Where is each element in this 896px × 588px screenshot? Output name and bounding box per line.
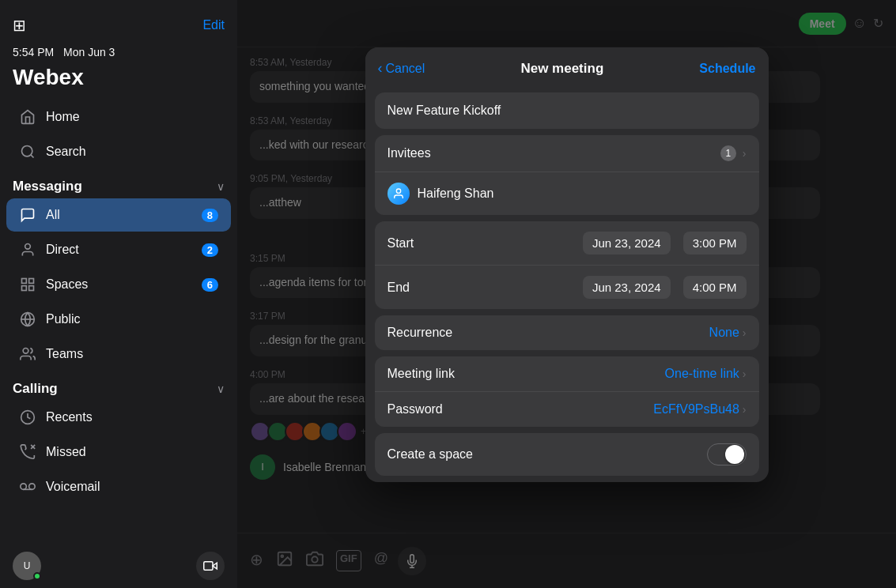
- search-icon: [19, 143, 36, 160]
- svg-point-13: [21, 484, 26, 490]
- meeting-link-row[interactable]: Meeting link One-time link ›: [375, 356, 759, 391]
- password-value-area: EcFfV9PsBu48 ›: [653, 402, 746, 416]
- sidebar-item-teams[interactable]: Teams: [6, 337, 231, 371]
- grid-icon[interactable]: ⊞: [13, 16, 26, 35]
- create-space-row: Create a space: [375, 433, 759, 476]
- svg-point-23: [396, 189, 400, 193]
- new-meeting-modal: ‹ Cancel New meeting Schedule Invitees 1…: [365, 47, 769, 482]
- calling-section-header[interactable]: Calling ∨: [0, 371, 237, 400]
- direct-icon: [19, 241, 36, 258]
- invitees-row[interactable]: Invitees 1 ›: [375, 135, 759, 172]
- password-value: EcFfV9PsBu48: [653, 402, 739, 416]
- invitee-item: Haifeng Shan: [375, 172, 759, 215]
- user-avatar[interactable]: U: [13, 552, 41, 580]
- sidebar-top-bar: ⊞ Edit: [0, 6, 237, 41]
- main-content: Design Reviews Design Reviews... Meet ☺ …: [237, 0, 896, 588]
- sidebar-item-search[interactable]: Search: [6, 135, 231, 168]
- invitees-count: 1: [720, 145, 736, 161]
- recurrence-label: Recurrence: [388, 326, 453, 340]
- recents-icon: [19, 409, 36, 426]
- recurrence-section: Recurrence None ›: [375, 315, 759, 350]
- schedule-button[interactable]: Schedule: [699, 62, 755, 76]
- password-row[interactable]: Password EcFfV9PsBu48 ›: [375, 391, 759, 427]
- end-time[interactable]: 4:00 PM: [683, 276, 747, 299]
- teams-icon: [19, 345, 36, 363]
- messaging-title: Messaging: [13, 179, 82, 194]
- invitee-name: Haifeng Shan: [418, 187, 494, 201]
- direct-label: Direct: [46, 243, 192, 257]
- home-label: Home: [46, 110, 218, 124]
- password-label: Password: [388, 402, 451, 416]
- create-space-toggle[interactable]: [707, 443, 747, 466]
- meeting-link-chevron: ›: [743, 368, 747, 380]
- recurrence-row[interactable]: Recurrence None ›: [375, 315, 759, 350]
- public-label: Public: [46, 312, 218, 326]
- svg-point-14: [29, 484, 35, 490]
- sidebar: ⊞ Edit 5:54 PM Mon Jun 3 Webex Home Sear…: [0, 0, 237, 588]
- sidebar-item-missed[interactable]: Missed: [6, 435, 231, 469]
- calling-title: Calling: [13, 381, 58, 397]
- all-badge: 8: [202, 209, 218, 222]
- sidebar-bottom: U: [0, 544, 237, 588]
- svg-line-1: [31, 155, 34, 158]
- missed-call-icon: [19, 443, 36, 461]
- messaging-chevron: ∨: [217, 180, 225, 193]
- status-bar: 5:54 PM Mon Jun 3: [0, 41, 237, 58]
- sidebar-item-public[interactable]: Public: [6, 303, 231, 336]
- invitees-label: Invitees: [388, 146, 451, 160]
- edit-button[interactable]: Edit: [202, 18, 225, 32]
- spaces-badge: 6: [202, 278, 218, 292]
- create-space-label: Create a space: [388, 447, 474, 462]
- calling-chevron: ∨: [217, 383, 225, 395]
- invitees-count-area: 1 ›: [720, 145, 747, 161]
- video-button[interactable]: [196, 552, 225, 580]
- app-title: Webex: [0, 58, 237, 100]
- invitees-chevron: ›: [743, 147, 747, 160]
- svg-marker-16: [213, 563, 217, 569]
- svg-rect-3: [22, 279, 27, 284]
- meeting-title-input[interactable]: [375, 92, 759, 129]
- toggle-knob: [725, 445, 744, 464]
- svg-point-0: [22, 146, 32, 156]
- svg-rect-17: [204, 562, 213, 571]
- create-space-section: Create a space: [375, 433, 759, 476]
- time-display: 5:54 PM: [13, 46, 54, 58]
- password-chevron: ›: [743, 403, 747, 416]
- start-time[interactable]: 3:00 PM: [683, 232, 747, 254]
- recurrence-value-area: None ›: [709, 326, 747, 340]
- meeting-link-label: Meeting link: [388, 367, 455, 381]
- recurrence-chevron: ›: [743, 326, 747, 339]
- messaging-section-header[interactable]: Messaging ∨: [0, 169, 237, 198]
- recents-label: Recents: [46, 410, 218, 424]
- date-display: Mon Jun 3: [63, 46, 115, 58]
- home-icon: [19, 108, 36, 126]
- svg-point-9: [23, 349, 28, 354]
- start-label: Start: [388, 236, 451, 251]
- sidebar-item-voicemail[interactable]: Voicemail: [6, 470, 231, 503]
- end-row[interactable]: End Jun 23, 2024 4:00 PM: [375, 265, 759, 309]
- recurrence-value: None: [709, 326, 739, 340]
- spaces-label: Spaces: [46, 277, 192, 292]
- search-label: Search: [46, 145, 218, 159]
- sidebar-item-spaces[interactable]: Spaces 6: [6, 268, 231, 301]
- start-row[interactable]: Start Jun 23, 2024 3:00 PM: [375, 221, 759, 265]
- all-label: All: [46, 208, 192, 222]
- spaces-icon: [19, 276, 36, 293]
- modal-title: New meeting: [520, 61, 603, 77]
- invitee-avatar: [388, 183, 410, 205]
- direct-badge: 2: [202, 243, 218, 257]
- sidebar-item-direct[interactable]: Direct 2: [6, 233, 231, 266]
- svg-rect-4: [29, 279, 34, 284]
- start-date[interactable]: Jun 23, 2024: [583, 232, 671, 254]
- start-datetime: Jun 23, 2024 3:00 PM: [583, 232, 747, 254]
- cancel-button[interactable]: ‹ Cancel: [378, 60, 425, 77]
- sidebar-item-home[interactable]: Home: [6, 100, 231, 134]
- svg-rect-6: [22, 286, 27, 291]
- voicemail-icon: [19, 478, 36, 496]
- teams-label: Teams: [46, 347, 218, 361]
- voicemail-label: Voicemail: [46, 480, 218, 494]
- sidebar-item-all[interactable]: All 8: [6, 198, 231, 232]
- end-date[interactable]: Jun 23, 2024: [583, 276, 671, 299]
- sidebar-item-recents[interactable]: Recents: [6, 401, 231, 434]
- invitees-section: Invitees 1 › Haifeng Shan: [375, 135, 759, 215]
